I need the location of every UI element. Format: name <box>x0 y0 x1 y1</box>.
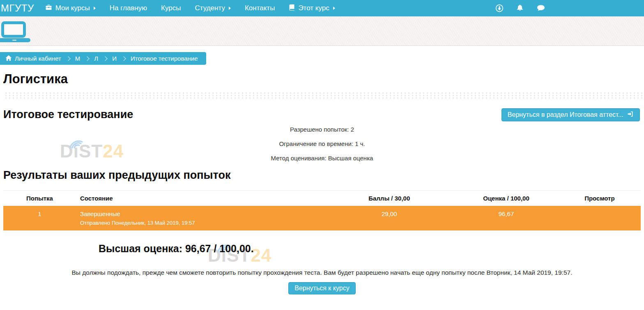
nav-label: Мои курсы <box>55 4 90 12</box>
final-grade: Высшая оценка: 96,67 / 100,00. <box>99 243 644 255</box>
col-review: Просмотр <box>559 191 641 206</box>
nav-student[interactable]: Студенту <box>188 0 238 16</box>
nav-action-icons <box>495 4 545 12</box>
col-marks: Баллы / 30,00 <box>324 191 454 206</box>
breadcrumb-dashboard[interactable]: Личный кабинет <box>5 55 61 62</box>
bell-icon[interactable] <box>516 4 524 12</box>
laptop-logo-icon[interactable] <box>0 16 37 46</box>
nav-label: На главную <box>110 4 147 12</box>
course-title: Логистика <box>3 72 644 87</box>
nav-my-courses[interactable]: Мои курсы <box>38 0 103 16</box>
button-label: Вернуться в раздел Итоговая аттест... <box>508 111 623 119</box>
breadcrumb-item-l[interactable]: Л <box>94 55 98 62</box>
home-icon <box>5 55 12 62</box>
sign-in-icon <box>627 111 634 119</box>
col-grade: Оценка / 100,00 <box>454 191 559 206</box>
breadcrumb-item-i[interactable]: И <box>112 55 117 62</box>
brand-logo[interactable]: МГУТУ <box>1 2 34 14</box>
attempt-state: Завершенные <box>80 210 321 217</box>
table-row: 1 Завершенные Отправлено Понедельник, 13… <box>3 206 641 230</box>
quiz-header-row: Итоговое тестирование Вернуться в раздел… <box>3 108 640 121</box>
wait-message: Вы должны подождать, прежде чем сможете … <box>0 269 644 276</box>
col-attempt: Попытка <box>3 191 76 206</box>
book-icon <box>289 4 295 13</box>
nav-label: Курсы <box>161 4 181 12</box>
breadcrumb-label: Личный кабинет <box>15 55 61 62</box>
table-header-row: Попытка Состояние Баллы / 30,00 Оценка /… <box>3 191 641 206</box>
caret-right-icon <box>229 7 231 10</box>
bottom-actions: Вернуться к курсу <box>0 282 644 294</box>
chat-icon[interactable] <box>536 4 545 12</box>
laptop-screen <box>1 21 26 38</box>
breadcrumb: Личный кабинет М Л И Итоговое тестирован… <box>0 52 206 65</box>
results-heading: Результаты ваших предыдущих попыток <box>3 169 644 182</box>
attempt-number: 1 <box>3 206 76 230</box>
arrow-down-circle-icon[interactable] <box>495 4 504 12</box>
top-navbar: МГУТУ Мои курсы На главную Курсы Студент… <box>0 0 644 16</box>
attempt-grade: 96,67 <box>454 206 559 230</box>
chevron-separator-icon <box>103 56 108 61</box>
caret-right-icon <box>94 7 96 10</box>
caret-right-icon <box>333 7 335 10</box>
back-to-course-button[interactable]: Вернуться к курсу <box>288 282 355 294</box>
laptop-base <box>0 38 30 42</box>
chevron-separator-icon <box>85 56 90 61</box>
breadcrumb-item-quiz[interactable]: Итоговое тестирование <box>131 55 198 62</box>
dist24-watermark: DiST24 <box>60 142 124 160</box>
attempt-marks: 29,00 <box>324 206 454 230</box>
nav-label: Этот курс <box>298 4 329 12</box>
nav-menu: Мои курсы На главную Курсы Студенту Конт… <box>38 0 342 16</box>
nav-courses[interactable]: Курсы <box>154 0 188 16</box>
attempts-table: Попытка Состояние Баллы / 30,00 Оценка /… <box>3 190 641 230</box>
wifi-arcs-icon <box>68 134 84 152</box>
breadcrumb-item-m[interactable]: М <box>75 55 80 62</box>
nav-label: Студенту <box>195 4 225 12</box>
chevron-separator-icon <box>66 56 70 61</box>
col-state: Состояние <box>76 191 324 206</box>
attempt-state-cell: Завершенные Отправлено Понедельник, 13 М… <box>76 206 324 230</box>
header-banner <box>0 16 644 46</box>
attempts-allowed: Разрешено попыток: 2 <box>0 126 644 133</box>
attempt-review <box>559 206 641 230</box>
watermark-text-orange: 24 <box>103 141 124 161</box>
dotted-divider <box>4 92 644 99</box>
chevron-separator-icon <box>121 56 126 61</box>
nav-home[interactable]: На главную <box>103 0 154 16</box>
page: DiST24 DiST24 МГУТУ Мои курсы На главную… <box>0 0 644 310</box>
back-to-section-button[interactable]: Вернуться в раздел Итоговая аттест... <box>501 108 640 121</box>
nav-contacts[interactable]: Контакты <box>238 0 282 16</box>
nav-this-course[interactable]: Этот курс <box>282 0 342 16</box>
quiz-title: Итоговое тестирование <box>3 108 133 121</box>
briefcase-icon <box>45 4 52 13</box>
nav-label: Контакты <box>245 4 275 12</box>
attempt-submitted: Отправлено Понедельник, 13 Май 2019, 19:… <box>80 220 321 226</box>
